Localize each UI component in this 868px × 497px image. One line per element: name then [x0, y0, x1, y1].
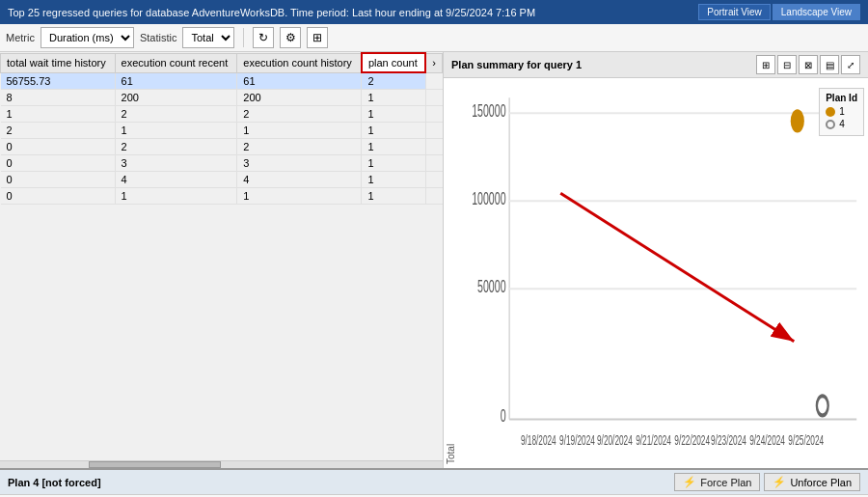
cell-1-2: 200 [237, 90, 362, 106]
toolbar-separator [243, 28, 244, 47]
svg-text:0: 0 [501, 406, 506, 426]
svg-text:50000: 50000 [477, 277, 506, 296]
svg-text:100000: 100000 [472, 189, 505, 208]
unforce-plan-icon: ⚡ [773, 476, 786, 488]
plan-action-buttons: ⚡ Force Plan ⚡ Unforce Plan [674, 473, 860, 491]
svg-text:150000: 150000 [472, 102, 505, 122]
cell-1-1: 200 [115, 90, 237, 106]
force-plan-label: Force Plan [700, 477, 751, 488]
chart-header: Plan summary for query 1 ⊞ ⊟ ⊠ ▤ ⤢ [444, 52, 868, 78]
plan-title: Plan 4 [not forced] [8, 477, 101, 488]
chart-btn-5[interactable]: ⤢ [841, 55, 860, 74]
cell-6-2: 4 [237, 172, 362, 188]
view-buttons: Portrait View Landscape View [698, 4, 860, 20]
svg-text:9/21/2024: 9/21/2024 [636, 433, 671, 448]
cell-3-1: 1 [115, 123, 237, 139]
legend-title: Plan Id [826, 93, 857, 103]
col-wait-time: total wait time history [1, 53, 116, 72]
force-plan-icon: ⚡ [683, 476, 696, 488]
refresh-button[interactable]: ↻ [253, 27, 274, 48]
portrait-view-button[interactable]: Portrait View [698, 4, 771, 20]
cell-0-1: 61 [115, 72, 237, 90]
statistic-select[interactable]: Total [182, 27, 234, 48]
cell-4-0: 0 [1, 139, 116, 155]
table-header-row: total wait time history execution count … [1, 53, 443, 72]
left-panel: total wait time history execution count … [0, 52, 444, 468]
cell-5-0: 0 [1, 155, 116, 172]
main-content: total wait time history execution count … [0, 52, 868, 468]
metric-select[interactable]: Duration (ms) [41, 27, 134, 48]
table-row[interactable]: 82002001 [1, 90, 443, 106]
cell-7-2: 1 [237, 188, 362, 205]
svg-text:9/22/2024: 9/22/2024 [674, 433, 710, 448]
cell-1-0: 8 [1, 90, 116, 106]
table-row[interactable]: 0111 [1, 188, 443, 205]
chart-btn-4[interactable]: ▤ [820, 55, 839, 74]
data-point-plan1 [791, 109, 804, 132]
cell-3-2: 1 [237, 123, 362, 139]
legend-dot-1 [826, 107, 835, 117]
data-point-plan4 [817, 396, 828, 415]
svg-text:9/20/2024: 9/20/2024 [597, 433, 633, 448]
legend-item-4: 4 [826, 119, 857, 129]
config-button[interactable]: ⚙ [280, 27, 301, 48]
force-plan-button[interactable]: ⚡ Force Plan [674, 473, 760, 491]
table-row[interactable]: 1221 [1, 106, 443, 123]
unforce-plan-label: Unforce Plan [790, 477, 852, 488]
cell-7-0: 0 [1, 188, 116, 205]
cell-6-3: 1 [362, 172, 425, 188]
cell-2-2: 2 [237, 106, 362, 123]
cell-4-2: 2 [237, 139, 362, 155]
chart-btn-3[interactable]: ⊠ [799, 55, 818, 74]
cell-7-3: 1 [362, 188, 425, 205]
cell-0-0: 56755.73 [1, 72, 116, 90]
chart-y-label: Total [444, 78, 458, 468]
cell-0-3: 2 [362, 72, 425, 90]
metric-label: Metric [6, 32, 35, 43]
chart-toolbar: ⊞ ⊟ ⊠ ▤ ⤢ [756, 55, 860, 74]
query-table: total wait time history execution count … [0, 52, 443, 460]
cell-2-0: 1 [1, 106, 116, 123]
cell-0-2: 61 [237, 72, 362, 90]
cell-6-0: 0 [1, 172, 116, 188]
top-bar: Top 25 regressed queries for database Ad… [0, 0, 868, 24]
svg-text:9/24/2024: 9/24/2024 [749, 433, 785, 448]
chart-btn-1[interactable]: ⊞ [756, 55, 775, 74]
col-plan-count: plan count [362, 53, 425, 72]
horizontal-scrollbar[interactable] [0, 460, 443, 468]
unforce-plan-button[interactable]: ⚡ Unforce Plan [764, 473, 860, 491]
cell-4-3: 1 [362, 139, 425, 155]
chart-btn-2[interactable]: ⊟ [777, 55, 797, 74]
cell-6-1: 4 [115, 172, 237, 188]
col-expand[interactable]: › [425, 53, 442, 72]
table-row[interactable]: 0441 [1, 172, 443, 188]
table-row[interactable]: 56755.7361612 [1, 72, 443, 90]
plan-header: Plan 4 [not forced] ⚡ Force Plan ⚡ Unfor… [0, 470, 868, 495]
legend-label-1: 1 [839, 106, 845, 117]
cell-2-3: 1 [362, 106, 425, 123]
right-panel: Plan summary for query 1 ⊞ ⊟ ⊠ ▤ ⤢ Total… [444, 52, 868, 468]
legend-dot-4 [826, 120, 835, 129]
cell-3-0: 2 [1, 123, 116, 139]
cell-5-3: 1 [362, 155, 425, 172]
chart-legend: Plan Id 1 4 [819, 88, 864, 136]
statistic-label: Statistic [140, 32, 177, 43]
results-table: total wait time history execution count … [0, 52, 443, 205]
scrollbar-thumb[interactable] [89, 461, 222, 468]
table-row[interactable]: 0331 [1, 155, 443, 172]
cell-7-1: 1 [115, 188, 237, 205]
chart-content: 150000 100000 50000 0 9/18/2024 9/19/202… [458, 78, 868, 468]
svg-text:9/19/2024: 9/19/2024 [559, 433, 595, 448]
cell-5-1: 3 [115, 155, 237, 172]
page-title: Top 25 regressed queries for database Ad… [8, 7, 698, 18]
chart-area: Total 150000 100000 50000 0 9/ [444, 78, 868, 468]
legend-item-1: 1 [826, 106, 857, 117]
toolbar: Metric Duration (ms) Statistic Total ↻ ⚙… [0, 24, 868, 52]
grid-button[interactable]: ⊞ [307, 27, 328, 48]
cell-2-1: 2 [115, 106, 237, 123]
table-row[interactable]: 2111 [1, 123, 443, 139]
cell-3-3: 1 [362, 123, 425, 139]
landscape-view-button[interactable]: Landscape View [773, 4, 860, 20]
svg-text:9/18/2024: 9/18/2024 [521, 433, 556, 448]
table-row[interactable]: 0221 [1, 139, 443, 155]
